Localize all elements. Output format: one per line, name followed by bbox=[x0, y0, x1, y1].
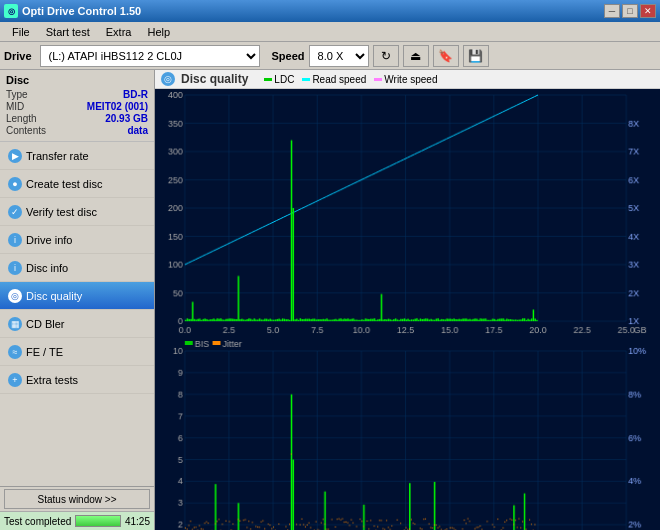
nav-drive-info-label: Drive info bbox=[26, 234, 72, 246]
eject-button[interactable]: ⏏ bbox=[403, 45, 429, 67]
cd-bler-icon: ▦ bbox=[8, 317, 22, 331]
nav-extra-tests-label: Extra tests bbox=[26, 374, 78, 386]
status-completed-bar: Test completed 41:25 bbox=[0, 511, 154, 530]
disc-length-key: Length bbox=[6, 113, 37, 124]
disc-contents-val: data bbox=[127, 125, 148, 136]
create-test-icon: ● bbox=[8, 177, 22, 191]
menu-extra[interactable]: Extra bbox=[98, 24, 140, 40]
drive-info-icon: i bbox=[8, 233, 22, 247]
nav-verify-test-disc[interactable]: ✓ Verify test disc bbox=[0, 198, 154, 226]
nav-transfer-rate-label: Transfer rate bbox=[26, 150, 89, 162]
content-area: ◎ Disc quality LDC Read speed Write spee… bbox=[155, 70, 660, 530]
legend-ldc: LDC bbox=[264, 74, 294, 85]
app-icon: ◎ bbox=[4, 4, 18, 18]
menu-help[interactable]: Help bbox=[139, 24, 178, 40]
nav-disc-quality-label: Disc quality bbox=[26, 290, 82, 302]
disc-mid-key: MID bbox=[6, 101, 24, 112]
write-color-dot bbox=[374, 78, 382, 81]
read-color-dot bbox=[302, 78, 310, 81]
lower-chart bbox=[157, 339, 658, 530]
disc-section-title: Disc bbox=[6, 74, 148, 86]
window-controls: ─ □ ✕ bbox=[604, 4, 656, 18]
legend-write: Write speed bbox=[374, 74, 437, 85]
disc-info-icon: i bbox=[8, 261, 22, 275]
main-layout: Disc Type BD-R MID MEIT02 (001) Length 2… bbox=[0, 70, 660, 530]
refresh-button[interactable]: ↻ bbox=[373, 45, 399, 67]
legend-ldc-label: LDC bbox=[274, 74, 294, 85]
status-window-button[interactable]: Status window >> bbox=[4, 489, 150, 509]
disc-type-key: Type bbox=[6, 89, 28, 100]
disc-contents-key: Contents bbox=[6, 125, 46, 136]
menu-bar: File Start test Extra Help bbox=[0, 22, 660, 42]
nav-items: ▶ Transfer rate ● Create test disc ✓ Ver… bbox=[0, 142, 154, 486]
disc-type-row: Type BD-R bbox=[6, 89, 148, 100]
extra-tests-icon: + bbox=[8, 373, 22, 387]
disc-info-section: Disc Type BD-R MID MEIT02 (001) Length 2… bbox=[0, 70, 154, 142]
nav-create-test-label: Create test disc bbox=[26, 178, 102, 190]
nav-fe-te[interactable]: ≈ FE / TE bbox=[0, 338, 154, 366]
drive-bar: Drive (L:) ATAPI iHBS112 2 CL0J Speed 8.… bbox=[0, 42, 660, 70]
title-bar: ◎ Opti Drive Control 1.50 ─ □ ✕ bbox=[0, 0, 660, 22]
ldc-color-dot bbox=[264, 78, 272, 81]
nav-verify-test-label: Verify test disc bbox=[26, 206, 97, 218]
disc-quality-header-icon: ◎ bbox=[161, 72, 175, 86]
save-button[interactable]: 💾 bbox=[463, 45, 489, 67]
drive-label: Drive bbox=[4, 50, 32, 62]
menu-start-test[interactable]: Start test bbox=[38, 24, 98, 40]
maximize-button[interactable]: □ bbox=[622, 4, 638, 18]
nav-transfer-rate[interactable]: ▶ Transfer rate bbox=[0, 142, 154, 170]
menu-file[interactable]: File bbox=[4, 24, 38, 40]
disc-mid-row: MID MEIT02 (001) bbox=[6, 101, 148, 112]
bookmark-button[interactable]: 🔖 bbox=[433, 45, 459, 67]
disc-type-val: BD-R bbox=[123, 89, 148, 100]
chart-legend-upper: LDC Read speed Write speed bbox=[264, 74, 437, 85]
nav-drive-info[interactable]: i Drive info bbox=[0, 226, 154, 254]
speed-label: Speed bbox=[272, 50, 305, 62]
legend-read: Read speed bbox=[302, 74, 366, 85]
verify-test-icon: ✓ bbox=[8, 205, 22, 219]
progress-fill bbox=[76, 516, 120, 526]
disc-mid-val: MEIT02 (001) bbox=[87, 101, 148, 112]
progress-bar bbox=[75, 515, 121, 527]
time-label: 41:25 bbox=[125, 516, 150, 527]
disc-contents-row: Contents data bbox=[6, 125, 148, 136]
nav-cd-bler[interactable]: ▦ CD Bler bbox=[0, 310, 154, 338]
fe-te-icon: ≈ bbox=[8, 345, 22, 359]
close-button[interactable]: ✕ bbox=[640, 4, 656, 18]
transfer-rate-icon: ▶ bbox=[8, 149, 22, 163]
disc-quality-icon: ◎ bbox=[8, 289, 22, 303]
speed-select[interactable]: 8.0 X bbox=[309, 45, 369, 67]
disc-quality-title: Disc quality bbox=[181, 72, 248, 86]
disc-length-val: 20.93 GB bbox=[105, 113, 148, 124]
nav-cd-bler-label: CD Bler bbox=[26, 318, 65, 330]
nav-disc-info[interactable]: i Disc info bbox=[0, 254, 154, 282]
nav-create-test-disc[interactable]: ● Create test disc bbox=[0, 170, 154, 198]
legend-read-label: Read speed bbox=[312, 74, 366, 85]
app-title: Opti Drive Control 1.50 bbox=[22, 5, 604, 17]
sidebar: Disc Type BD-R MID MEIT02 (001) Length 2… bbox=[0, 70, 155, 530]
disc-length-row: Length 20.93 GB bbox=[6, 113, 148, 124]
minimize-button[interactable]: ─ bbox=[604, 4, 620, 18]
completed-label: Test completed bbox=[4, 516, 71, 527]
nav-fe-te-label: FE / TE bbox=[26, 346, 63, 358]
nav-disc-info-label: Disc info bbox=[26, 262, 68, 274]
nav-extra-tests[interactable]: + Extra tests bbox=[0, 366, 154, 394]
upper-chart bbox=[157, 91, 658, 339]
nav-disc-quality[interactable]: ◎ Disc quality bbox=[0, 282, 154, 310]
legend-write-label: Write speed bbox=[384, 74, 437, 85]
sidebar-status-bar: Status window >> Test completed 41:25 bbox=[0, 486, 154, 530]
drive-select[interactable]: (L:) ATAPI iHBS112 2 CL0J bbox=[40, 45, 260, 67]
disc-quality-header: ◎ Disc quality LDC Read speed Write spee… bbox=[155, 70, 660, 89]
charts-container bbox=[155, 89, 660, 530]
